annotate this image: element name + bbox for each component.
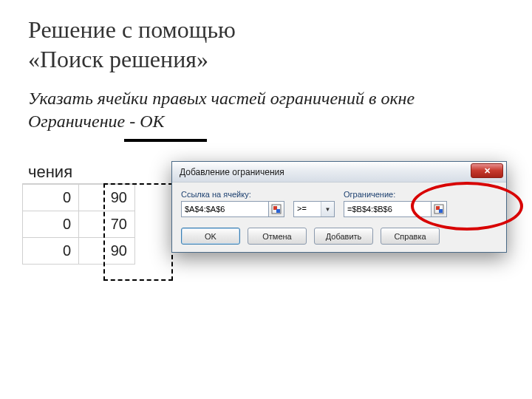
add-constraint-dialog: Добавление ограничения ✕ Ссылка на ячейк… <box>171 161 507 253</box>
cell[interactable]: 70 <box>79 211 135 238</box>
cancel-button[interactable]: Отмена <box>248 228 307 245</box>
add-button[interactable]: Добавить <box>314 228 373 245</box>
constraint-input[interactable] <box>344 201 431 217</box>
dialog-title-text: Добавление ограничения <box>180 167 284 177</box>
ok-button[interactable]: OK <box>181 228 240 245</box>
cell-reference-input[interactable] <box>181 201 268 217</box>
constraint-label: Ограничение: <box>344 190 447 199</box>
cell-reference-label: Ссылка на ячейку: <box>181 190 284 199</box>
spreadsheet-fragment: чения 0 90 0 70 0 90 <box>22 163 135 265</box>
underline-decoration <box>124 139 207 142</box>
range-picker-button[interactable] <box>431 201 447 217</box>
close-button[interactable]: ✕ <box>471 163 503 178</box>
cell[interactable]: 90 <box>79 238 135 265</box>
range-picker-icon <box>271 204 282 214</box>
svg-rect-5 <box>439 209 443 213</box>
chevron-down-icon: ▼ <box>321 202 334 216</box>
dialog-titlebar[interactable]: Добавление ограничения ✕ <box>172 162 506 183</box>
table-row: 0 90 <box>23 185 135 211</box>
help-button[interactable]: Справка <box>381 228 440 245</box>
cell[interactable]: 0 <box>23 238 79 265</box>
instruction-text: Указать ячейки правых частей ограничений… <box>28 87 471 133</box>
table-row: 0 70 <box>23 211 135 238</box>
operator-value: >= <box>294 202 321 216</box>
table-row: 0 90 <box>23 238 135 265</box>
slide-title: Решение с помощью «Поиск решения» <box>28 15 532 74</box>
cell[interactable]: 0 <box>23 211 79 238</box>
operator-dropdown[interactable]: >= ▼ <box>293 201 335 217</box>
cell[interactable]: 0 <box>23 185 79 211</box>
svg-rect-2 <box>276 209 280 213</box>
close-icon: ✕ <box>484 167 491 175</box>
sheet-table: 0 90 0 70 0 90 <box>22 184 135 265</box>
range-picker-icon <box>434 204 444 214</box>
column-header: чения <box>22 163 135 184</box>
cell[interactable]: 90 <box>79 185 135 211</box>
range-picker-button[interactable] <box>268 201 284 217</box>
